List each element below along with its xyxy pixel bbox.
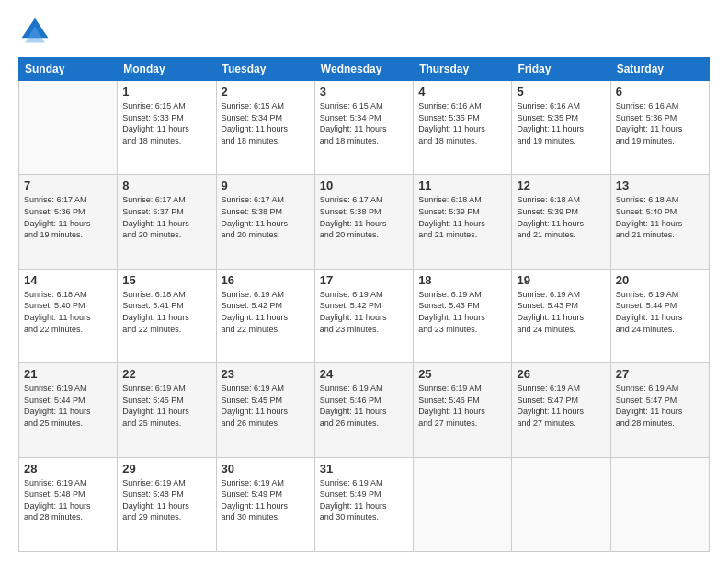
day-number: 16 [222, 273, 310, 287]
calendar-cell: 3Sunrise: 6:15 AM Sunset: 5:34 PM Daylig… [314, 81, 413, 175]
calendar-cell: 7Sunrise: 6:17 AM Sunset: 5:36 PM Daylig… [19, 175, 118, 269]
calendar-cell: 31Sunrise: 6:19 AM Sunset: 5:49 PM Dayli… [314, 457, 413, 551]
calendar-cell: 14Sunrise: 6:18 AM Sunset: 5:40 PM Dayli… [19, 269, 118, 362]
day-number: 14 [24, 273, 112, 287]
day-info: Sunrise: 6:19 AM Sunset: 5:43 PM Dayligh… [418, 289, 506, 335]
day-info: Sunrise: 6:19 AM Sunset: 5:47 PM Dayligh… [616, 383, 704, 429]
calendar-row-1: 7Sunrise: 6:17 AM Sunset: 5:36 PM Daylig… [19, 175, 710, 269]
calendar-cell: 20Sunrise: 6:19 AM Sunset: 5:44 PM Dayli… [610, 269, 709, 362]
day-number: 6 [616, 85, 704, 98]
day-number: 15 [122, 273, 210, 287]
day-number: 30 [222, 462, 310, 476]
calendar-col-thursday: Thursday [414, 58, 512, 81]
calendar-cell: 28Sunrise: 6:19 AM Sunset: 5:48 PM Dayli… [19, 457, 118, 551]
day-info: Sunrise: 6:18 AM Sunset: 5:39 PM Dayligh… [517, 194, 605, 240]
calendar-col-tuesday: Tuesday [216, 58, 314, 81]
day-info: Sunrise: 6:19 AM Sunset: 5:49 PM Dayligh… [320, 477, 408, 523]
day-number: 3 [320, 85, 408, 98]
day-number: 27 [616, 367, 704, 381]
day-info: Sunrise: 6:19 AM Sunset: 5:46 PM Dayligh… [320, 383, 408, 429]
day-info: Sunrise: 6:19 AM Sunset: 5:44 PM Dayligh… [616, 289, 704, 335]
day-info: Sunrise: 6:17 AM Sunset: 5:37 PM Dayligh… [122, 194, 210, 240]
day-info: Sunrise: 6:19 AM Sunset: 5:47 PM Dayligh… [517, 383, 605, 429]
calendar-col-saturday: Saturday [610, 58, 709, 81]
calendar-cell: 10Sunrise: 6:17 AM Sunset: 5:38 PM Dayli… [314, 175, 413, 269]
day-info: Sunrise: 6:17 AM Sunset: 5:38 PM Dayligh… [222, 194, 310, 240]
calendar-cell: 23Sunrise: 6:19 AM Sunset: 5:45 PM Dayli… [216, 363, 314, 457]
calendar-col-wednesday: Wednesday [314, 58, 413, 81]
day-number: 22 [122, 367, 210, 381]
day-number: 21 [24, 367, 112, 381]
calendar-cell: 21Sunrise: 6:19 AM Sunset: 5:44 PM Dayli… [19, 363, 118, 457]
day-info: Sunrise: 6:19 AM Sunset: 5:44 PM Dayligh… [24, 383, 112, 429]
header [18, 15, 710, 48]
day-number: 24 [320, 367, 408, 381]
calendar-col-sunday: Sunday [19, 58, 118, 81]
day-info: Sunrise: 6:19 AM Sunset: 5:48 PM Dayligh… [24, 477, 112, 523]
calendar-cell [19, 81, 118, 175]
day-info: Sunrise: 6:18 AM Sunset: 5:39 PM Dayligh… [418, 194, 506, 240]
calendar-cell: 5Sunrise: 6:16 AM Sunset: 5:35 PM Daylig… [512, 81, 610, 175]
calendar-col-monday: Monday [118, 58, 216, 81]
calendar-row-3: 21Sunrise: 6:19 AM Sunset: 5:44 PM Dayli… [19, 363, 710, 457]
day-number: 18 [418, 273, 506, 287]
day-number: 8 [122, 178, 210, 192]
day-info: Sunrise: 6:17 AM Sunset: 5:38 PM Dayligh… [320, 194, 408, 240]
calendar-cell: 29Sunrise: 6:19 AM Sunset: 5:48 PM Dayli… [118, 457, 216, 551]
day-info: Sunrise: 6:19 AM Sunset: 5:49 PM Dayligh… [222, 477, 310, 523]
day-info: Sunrise: 6:19 AM Sunset: 5:48 PM Dayligh… [122, 477, 210, 523]
calendar-cell: 4Sunrise: 6:16 AM Sunset: 5:35 PM Daylig… [414, 81, 512, 175]
day-number: 13 [616, 178, 704, 192]
calendar-cell: 19Sunrise: 6:19 AM Sunset: 5:43 PM Dayli… [512, 269, 610, 362]
calendar-cell: 13Sunrise: 6:18 AM Sunset: 5:40 PM Dayli… [610, 175, 709, 269]
calendar-cell [414, 457, 512, 551]
calendar-cell: 26Sunrise: 6:19 AM Sunset: 5:47 PM Dayli… [512, 363, 610, 457]
calendar-cell: 30Sunrise: 6:19 AM Sunset: 5:49 PM Dayli… [216, 457, 314, 551]
day-info: Sunrise: 6:16 AM Sunset: 5:35 PM Dayligh… [517, 100, 605, 146]
calendar-cell: 1Sunrise: 6:15 AM Sunset: 5:33 PM Daylig… [118, 81, 216, 175]
day-number: 29 [122, 462, 210, 476]
day-number: 9 [222, 178, 310, 192]
calendar-cell: 8Sunrise: 6:17 AM Sunset: 5:37 PM Daylig… [118, 175, 216, 269]
calendar-cell: 27Sunrise: 6:19 AM Sunset: 5:47 PM Dayli… [610, 363, 709, 457]
day-info: Sunrise: 6:19 AM Sunset: 5:45 PM Dayligh… [122, 383, 210, 429]
day-number: 5 [517, 85, 605, 98]
calendar-cell: 15Sunrise: 6:18 AM Sunset: 5:41 PM Dayli… [118, 269, 216, 362]
day-info: Sunrise: 6:15 AM Sunset: 5:34 PM Dayligh… [222, 100, 310, 146]
calendar-cell: 25Sunrise: 6:19 AM Sunset: 5:46 PM Dayli… [414, 363, 512, 457]
day-info: Sunrise: 6:19 AM Sunset: 5:42 PM Dayligh… [222, 289, 310, 335]
calendar-cell [512, 457, 610, 551]
day-number: 4 [418, 85, 506, 98]
day-info: Sunrise: 6:16 AM Sunset: 5:35 PM Dayligh… [418, 100, 506, 146]
day-number: 31 [320, 462, 408, 476]
page: SundayMondayTuesdayWednesdayThursdayFrid… [0, 0, 728, 563]
day-number: 20 [616, 273, 704, 287]
day-info: Sunrise: 6:15 AM Sunset: 5:34 PM Dayligh… [320, 100, 408, 146]
day-number: 17 [320, 273, 408, 287]
day-number: 23 [222, 367, 310, 381]
logo-icon [18, 15, 51, 48]
day-number: 19 [517, 273, 605, 287]
calendar-table: SundayMondayTuesdayWednesdayThursdayFrid… [18, 57, 710, 552]
calendar-row-4: 28Sunrise: 6:19 AM Sunset: 5:48 PM Dayli… [19, 457, 710, 551]
day-number: 11 [418, 178, 506, 192]
day-number: 10 [320, 178, 408, 192]
day-info: Sunrise: 6:19 AM Sunset: 5:42 PM Dayligh… [320, 289, 408, 335]
calendar-row-2: 14Sunrise: 6:18 AM Sunset: 5:40 PM Dayli… [19, 269, 710, 362]
day-info: Sunrise: 6:15 AM Sunset: 5:33 PM Dayligh… [122, 100, 210, 146]
day-number: 28 [24, 462, 112, 476]
calendar-cell: 22Sunrise: 6:19 AM Sunset: 5:45 PM Dayli… [118, 363, 216, 457]
calendar-row-0: 1Sunrise: 6:15 AM Sunset: 5:33 PM Daylig… [19, 81, 710, 175]
day-info: Sunrise: 6:16 AM Sunset: 5:36 PM Dayligh… [616, 100, 704, 146]
day-number: 7 [24, 178, 112, 192]
calendar-cell [610, 457, 709, 551]
calendar-cell: 6Sunrise: 6:16 AM Sunset: 5:36 PM Daylig… [610, 81, 709, 175]
day-number: 2 [222, 85, 310, 98]
day-number: 1 [122, 85, 210, 98]
day-info: Sunrise: 6:19 AM Sunset: 5:45 PM Dayligh… [222, 383, 310, 429]
day-info: Sunrise: 6:19 AM Sunset: 5:46 PM Dayligh… [418, 383, 506, 429]
calendar-cell: 2Sunrise: 6:15 AM Sunset: 5:34 PM Daylig… [216, 81, 314, 175]
day-number: 12 [517, 178, 605, 192]
calendar-cell: 12Sunrise: 6:18 AM Sunset: 5:39 PM Dayli… [512, 175, 610, 269]
day-info: Sunrise: 6:18 AM Sunset: 5:40 PM Dayligh… [616, 194, 704, 240]
